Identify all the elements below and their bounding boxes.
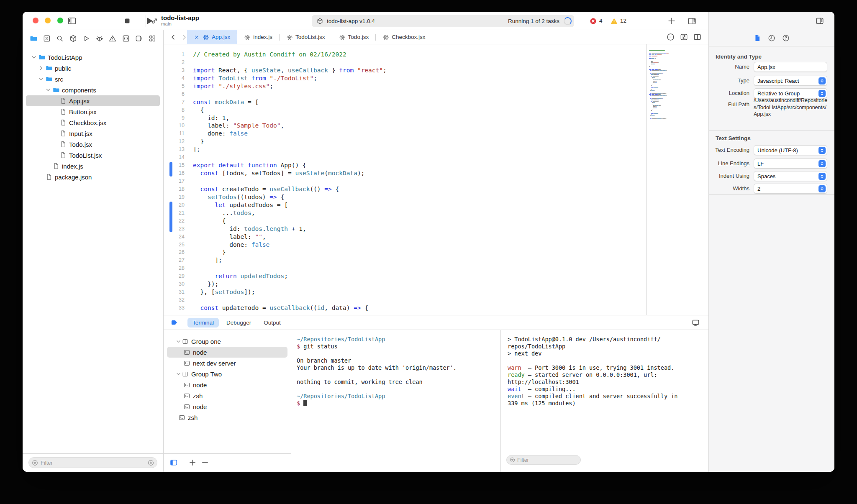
tab-checkbox-jsx[interactable]: Checkbox.jsx <box>376 30 432 44</box>
activity-x-square-icon[interactable] <box>43 34 51 43</box>
inspector-tab-clock[interactable] <box>767 34 776 42</box>
terminal-pane-1[interactable]: ~/Repositories/TodoListApp$ git statusOn… <box>297 330 500 472</box>
close-window-button[interactable] <box>33 18 38 23</box>
select-stepper-icon[interactable] <box>819 147 826 154</box>
sidebar-item-src[interactable]: src <box>26 74 160 84</box>
line-number: 10 <box>164 122 185 130</box>
field-text-encoding[interactable]: Unicode (UTF-8) <box>754 145 827 155</box>
status-pill[interactable]: todo-list-app v1.0.4 Running 1 of 2 task… <box>312 15 574 27</box>
field-name[interactable]: App.jsx <box>754 62 827 72</box>
inspector-tab-question[interactable] <box>782 34 790 42</box>
back-icon[interactable] <box>169 33 177 41</box>
toggle-session-list-icon[interactable] <box>169 458 178 467</box>
session-group-one[interactable]: Group one <box>167 336 287 347</box>
line-number: 3 <box>164 67 185 74</box>
sidebar-item-checkbox-jsx[interactable]: Checkbox.jsx <box>26 117 160 128</box>
swap-editor-icon[interactable] <box>680 33 688 41</box>
activity-grid-icon[interactable] <box>148 34 157 43</box>
sidebar-item-components[interactable]: components <box>26 84 160 95</box>
sidebar-item-todolistapp[interactable]: TodoListApp <box>26 52 160 63</box>
tab-index-js[interactable]: index.js <box>237 30 279 44</box>
session-node[interactable]: node <box>167 347 287 358</box>
filter-plusminus-icon[interactable] <box>147 459 154 466</box>
add-tab-icon[interactable] <box>667 16 676 26</box>
field-line-endings[interactable]: LF <box>754 159 827 169</box>
tab-todo-jsx[interactable]: Todo.jsx <box>332 30 376 44</box>
chevron-down-icon[interactable] <box>175 371 182 377</box>
remove-terminal-icon[interactable] <box>201 458 209 467</box>
minimize-window-button[interactable] <box>45 18 51 23</box>
sidebar-item-index-js[interactable]: index.js <box>26 161 160 171</box>
zoom-window-button[interactable] <box>57 18 63 23</box>
minimap-line <box>649 53 689 54</box>
activity-bug-icon[interactable] <box>95 34 104 43</box>
terminal-tab-terminal[interactable]: Terminal <box>187 318 219 327</box>
select-stepper-icon[interactable] <box>819 160 826 167</box>
session-node[interactable]: node <box>167 401 287 412</box>
inspector-tab-doc-fill[interactable] <box>753 34 762 42</box>
activity-cube-icon[interactable] <box>69 34 77 43</box>
session-zsh[interactable]: zsh <box>167 390 287 401</box>
terminal-filter-field[interactable]: Filter <box>506 455 581 465</box>
session-zsh[interactable]: zsh <box>167 412 287 423</box>
line-number: 32 <box>164 296 185 304</box>
split-editor-icon[interactable] <box>693 33 702 41</box>
terminal-tab-output[interactable]: Output <box>259 318 286 327</box>
sidebar-item-input-jsx[interactable]: Input.jsx <box>26 128 160 139</box>
session-next-dev-server[interactable]: next dev server <box>167 358 287 368</box>
code-editor[interactable]: 1234567891011121314151617181920212223242… <box>164 44 708 315</box>
field-indent-using[interactable]: Spaces <box>754 171 827 181</box>
section-title: Identity and Type <box>716 54 762 60</box>
app-window: todo-list-app main todo-list-app v1.0.4 … <box>23 12 834 472</box>
field-type[interactable]: Javascript: React <box>754 76 827 86</box>
terminal-pane-2[interactable]: > TodoListApp@0.1.0 dev /Users/austincon… <box>508 330 708 472</box>
warning-badge-icon[interactable] <box>610 17 618 25</box>
branch-icon <box>150 16 159 25</box>
error-badge-icon[interactable] <box>590 18 597 25</box>
terminal-line: > next dev <box>508 350 708 357</box>
select-stepper-icon[interactable] <box>819 90 826 97</box>
chevron-down-icon[interactable] <box>175 338 182 345</box>
activity-search-icon[interactable] <box>56 34 64 43</box>
minimap[interactable] <box>649 50 689 120</box>
chevron-down-icon[interactable] <box>45 87 51 93</box>
more-options-icon[interactable] <box>666 33 675 41</box>
add-terminal-icon[interactable] <box>188 458 197 467</box>
activity-warning-icon[interactable] <box>108 34 117 43</box>
minimap-line <box>649 51 689 52</box>
sidebar-item-todo-jsx[interactable]: Todo.jsx <box>26 139 160 150</box>
activity-plug-icon[interactable] <box>135 34 143 43</box>
full-path-value: /Users/austincondiff/Repositories/TodoLi… <box>754 97 829 118</box>
chevron-spacer <box>52 141 59 148</box>
select-stepper-icon[interactable] <box>819 77 826 84</box>
line-number: 13 <box>164 146 185 154</box>
toggle-inspector-icon[interactable] <box>687 16 697 26</box>
activity-braces-icon[interactable] <box>122 34 130 43</box>
chevron-right-icon[interactable] <box>38 65 44 72</box>
tab-app-jsx[interactable]: App.jsx <box>187 30 237 44</box>
close-tab-icon[interactable] <box>194 34 200 40</box>
select-stepper-icon[interactable] <box>819 185 826 192</box>
select-stepper-icon[interactable] <box>819 173 826 180</box>
activity-folder-icon[interactable] <box>29 34 38 43</box>
dock-panel-icon[interactable] <box>691 318 700 327</box>
sidebar-item-public[interactable]: public <box>26 63 160 74</box>
tab-todolist-jsx[interactable]: TodoList.jsx <box>280 30 332 44</box>
activity-play-icon[interactable] <box>82 34 90 43</box>
sidebar-item-todolist-jsx[interactable]: TodoList.jsx <box>26 150 160 161</box>
toggle-sidebar-icon[interactable] <box>67 16 77 26</box>
chevron-down-icon[interactable] <box>38 76 44 82</box>
session-label: node <box>193 349 207 356</box>
session-node[interactable]: node <box>167 379 287 390</box>
chevron-down-icon[interactable] <box>31 54 37 61</box>
sidebar-item-app-jsx[interactable]: App.jsx <box>26 95 160 106</box>
drawer-tag-icon[interactable] <box>170 318 179 327</box>
sidebar-item-button-jsx[interactable]: Button.jsx <box>26 106 160 117</box>
terminal-tab-debugger[interactable]: Debugger <box>221 318 256 327</box>
field-widths[interactable]: 2 <box>754 184 827 194</box>
inspector-toggle-icon[interactable] <box>815 16 824 26</box>
session-group-two[interactable]: Group Two <box>167 368 287 379</box>
sidebar-item-package-json[interactable]: package.json <box>26 171 160 182</box>
sidebar-filter-field[interactable]: Filter <box>28 457 157 468</box>
stop-button[interactable] <box>123 17 131 25</box>
